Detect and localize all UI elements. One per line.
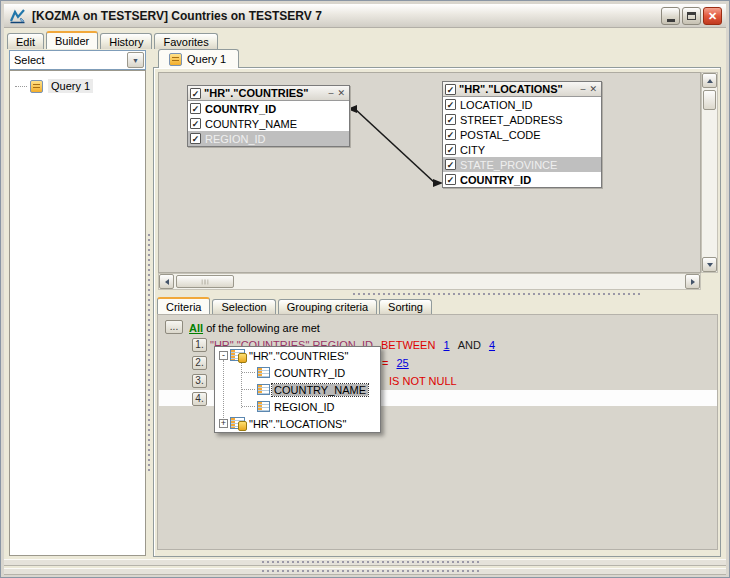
table-header-locations[interactable]: ✓ "HR"."LOCATIONS" – ✕: [443, 82, 601, 97]
tree-item-query1[interactable]: Query 1: [15, 78, 93, 94]
check-icon: ✓: [192, 134, 200, 144]
field-row[interactable]: ✓ LOCATION_ID: [443, 97, 601, 112]
criteria-value-link[interactable]: 4: [489, 339, 495, 351]
tab-criteria[interactable]: Criteria: [157, 297, 210, 314]
bottom-status-grip[interactable]: [4, 568, 726, 575]
field-checkbox[interactable]: ✓: [445, 129, 456, 140]
table-header-countries[interactable]: ✓ "HR"."COUNTRIES" – ✕: [188, 86, 349, 101]
popup-node-country-id[interactable]: COUNTRY_ID: [215, 364, 380, 381]
popup-node-region-id[interactable]: REGION_ID: [215, 398, 380, 415]
field-label: COUNTRY_NAME: [205, 118, 297, 130]
field-row[interactable]: ✓ COUNTRY_ID: [188, 101, 349, 116]
quantifier-link[interactable]: All: [189, 322, 203, 334]
scroll-right-button[interactable]: [685, 274, 700, 289]
arrow-up-icon: [707, 79, 713, 83]
table-close-icon[interactable]: ✕: [587, 85, 599, 94]
expand-icon[interactable]: +: [219, 419, 228, 428]
tab-sorting[interactable]: Sorting: [379, 299, 432, 314]
diagram-vertical-scrollbar[interactable]: [701, 72, 718, 273]
field-label: CITY: [460, 144, 485, 156]
criteria-row-number-2[interactable]: 2.: [192, 356, 207, 370]
field-row[interactable]: ✓ STREET_ADDRESS: [443, 112, 601, 127]
field-checkbox[interactable]: ✓: [445, 114, 456, 125]
maximize-button[interactable]: [682, 7, 701, 25]
scroll-left-button[interactable]: [159, 274, 174, 289]
table-checkbox[interactable]: ✓: [190, 88, 201, 99]
check-icon: ✓: [447, 145, 455, 155]
horizontal-scroll-thumb[interactable]: [176, 275, 234, 288]
tab-builder[interactable]: Builder: [46, 31, 98, 49]
table-box-locations[interactable]: ✓ "HR"."LOCATIONS" – ✕ ✓ LOCATION_ID ✓ S…: [442, 81, 602, 188]
scroll-down-button[interactable]: [702, 257, 717, 272]
maximize-icon: [687, 12, 696, 20]
field-row[interactable]: ✓ COUNTRY_ID: [443, 172, 601, 187]
field-checkbox[interactable]: ✓: [190, 118, 201, 129]
popup-node-label: REGION_ID: [274, 401, 335, 413]
popup-node-label-selected: COUNTRY_NAME: [272, 384, 368, 396]
criteria-row-2: = 25: [382, 357, 409, 369]
tab-grouping-criteria[interactable]: Grouping criteria: [278, 299, 377, 314]
root-condition-text: of the following are met: [206, 322, 320, 334]
titlebar[interactable]: [KOZMA on TESTSERV] Countries on TESTSER…: [4, 4, 726, 28]
vertical-scroll-thumb[interactable]: [703, 90, 716, 110]
field-row[interactable]: ✓ CITY: [443, 142, 601, 157]
bottom-splitter-grip[interactable]: [4, 559, 726, 566]
field-icon: [257, 384, 270, 395]
criteria-row-number-4[interactable]: 4.: [192, 392, 207, 406]
table-checkbox[interactable]: ✓: [445, 84, 456, 95]
query-type-combobox[interactable]: Select ▼: [9, 50, 146, 70]
tab-favorites[interactable]: Favorites: [154, 33, 217, 49]
table-minimize-icon[interactable]: –: [326, 89, 335, 98]
field-row[interactable]: ✓ POSTAL_CODE: [443, 127, 601, 142]
criteria-value-link[interactable]: 25: [397, 357, 409, 369]
table-minimize-icon[interactable]: –: [578, 85, 587, 94]
criteria-operator-link[interactable]: =: [382, 357, 388, 369]
popup-node-label: "HR"."LOCATIONS": [249, 418, 346, 430]
criteria-options-button[interactable]: ...: [165, 320, 183, 334]
tab-edit[interactable]: Edit: [7, 33, 44, 49]
field-row[interactable]: ✓ REGION_ID: [188, 131, 349, 146]
field-label: COUNTRY_ID: [460, 174, 531, 186]
window-title: [KOZMA on TESTSERV] Countries on TESTSER…: [32, 9, 322, 23]
popup-node-locations[interactable]: + "HR"."LOCATIONS": [215, 415, 380, 432]
diagram-area[interactable]: ✓ "HR"."COUNTRIES" – ✕ ✓ COUNTRY_ID ✓ CO…: [158, 72, 701, 273]
table-title: "HR"."COUNTRIES": [204, 87, 326, 99]
diagram-horizontal-scrollbar[interactable]: [158, 273, 701, 290]
table-close-icon[interactable]: ✕: [335, 89, 347, 98]
collapse-icon[interactable]: -: [219, 351, 228, 360]
check-icon: ✓: [192, 104, 200, 114]
scroll-up-button[interactable]: [702, 73, 717, 88]
close-button[interactable]: ✕: [703, 7, 722, 25]
table-icon: [230, 417, 245, 429]
field-checkbox[interactable]: ✓: [445, 174, 456, 185]
field-row[interactable]: ✓ COUNTRY_NAME: [188, 116, 349, 131]
field-checkbox[interactable]: ✓: [190, 103, 201, 114]
field-checkbox[interactable]: ✓: [445, 99, 456, 110]
criteria-row-number-3[interactable]: 3.: [192, 374, 207, 388]
field-checkbox[interactable]: ✓: [445, 159, 456, 170]
popup-node-countries[interactable]: - "HR"."COUNTRIES": [215, 347, 380, 364]
minimize-button[interactable]: [661, 7, 680, 25]
arrow-left-icon: [165, 279, 169, 285]
field-label: LOCATION_ID: [460, 99, 533, 111]
criteria-row-3: IS NOT NULL: [389, 375, 457, 387]
field-checkbox[interactable]: ✓: [190, 133, 201, 144]
criteria-operator-link[interactable]: IS NOT NULL: [389, 375, 457, 387]
document-tab-query1[interactable]: Query 1: [158, 49, 239, 68]
tab-history[interactable]: History: [100, 33, 152, 49]
popup-node-country-name[interactable]: COUNTRY_NAME: [215, 381, 380, 398]
combobox-dropdown-button[interactable]: ▼: [127, 52, 144, 68]
field-label: POSTAL_CODE: [460, 129, 541, 141]
criteria-operator-link[interactable]: BETWEEN: [381, 339, 435, 351]
table-box-countries[interactable]: ✓ "HR"."COUNTRIES" – ✕ ✓ COUNTRY_ID ✓ CO…: [187, 85, 350, 147]
arrow-down-icon: [707, 263, 713, 267]
tab-selection[interactable]: Selection: [212, 299, 275, 314]
field-row[interactable]: ✓ STATE_PROVINCE: [443, 157, 601, 172]
criteria-row-number-1[interactable]: 1.: [192, 338, 207, 352]
field-checkbox[interactable]: ✓: [445, 144, 456, 155]
minimize-icon: [667, 19, 675, 22]
criteria-value-link[interactable]: 1: [443, 339, 449, 351]
close-icon: ✕: [708, 10, 717, 23]
splitter-grip-dots: [148, 234, 152, 474]
popup-node-label: "HR"."COUNTRIES": [249, 350, 348, 362]
